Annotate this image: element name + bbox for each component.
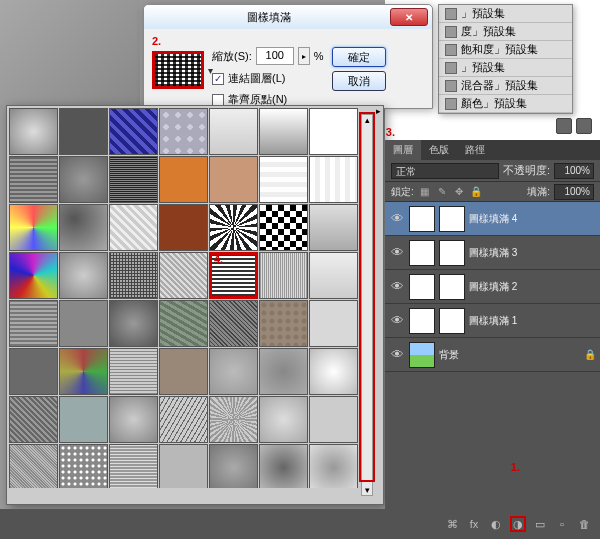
adjustment-layer-icon[interactable]: ◑ [510, 516, 526, 532]
pattern-preview-dropdown[interactable] [152, 51, 204, 89]
pattern-swatch[interactable] [59, 444, 108, 488]
lock-transparency-icon[interactable]: ▦ [418, 185, 432, 199]
pattern-swatch[interactable] [209, 348, 258, 395]
pattern-swatch[interactable] [9, 444, 58, 488]
layer-thumbnail[interactable] [409, 240, 435, 266]
layer-row[interactable]: 👁圖樣填滿 1 [385, 304, 600, 338]
layer-row[interactable]: 👁圖樣填滿 4 [385, 202, 600, 236]
pattern-swatch[interactable] [259, 252, 308, 299]
pattern-swatch[interactable] [59, 156, 108, 203]
panel-tab[interactable]: 圖層 [385, 140, 421, 160]
fx-icon[interactable]: fx [466, 516, 482, 532]
pattern-swatch[interactable] [309, 252, 358, 299]
visibility-icon[interactable]: 👁 [389, 279, 405, 294]
pattern-swatch[interactable] [209, 156, 258, 203]
pattern-swatch[interactable] [109, 204, 158, 251]
layer-mask-thumbnail[interactable] [439, 240, 465, 266]
pattern-swatch[interactable] [309, 348, 358, 395]
pattern-swatch[interactable] [59, 204, 108, 251]
pattern-swatch[interactable] [159, 396, 208, 443]
preset-item[interactable]: 度」預設集 [439, 23, 572, 41]
dialog-titlebar[interactable]: 圖樣填滿 ✕ [144, 5, 432, 29]
ok-button[interactable]: 確定 [332, 47, 386, 67]
pattern-swatch[interactable] [259, 348, 308, 395]
pattern-swatch[interactable] [209, 252, 258, 299]
scale-stepper[interactable]: ▸ [298, 47, 310, 65]
pattern-swatch[interactable] [159, 156, 208, 203]
fill-input[interactable]: 100% [554, 184, 594, 200]
visibility-icon[interactable]: 👁 [389, 347, 405, 362]
pattern-swatch[interactable] [209, 396, 258, 443]
pattern-swatch[interactable] [9, 396, 58, 443]
pattern-swatch[interactable] [259, 156, 308, 203]
pattern-swatch[interactable] [9, 252, 58, 299]
pattern-swatch[interactable] [209, 444, 258, 488]
pattern-swatch[interactable] [109, 396, 158, 443]
pattern-swatch[interactable] [109, 300, 158, 347]
pattern-swatch[interactable] [9, 300, 58, 347]
pattern-swatch[interactable] [309, 444, 358, 488]
lock-paint-icon[interactable]: ✎ [435, 185, 449, 199]
close-button[interactable]: ✕ [390, 8, 428, 26]
pattern-swatch[interactable] [309, 156, 358, 203]
pattern-swatch[interactable] [309, 396, 358, 443]
pattern-swatch[interactable] [259, 204, 308, 251]
opacity-input[interactable]: 100% [554, 163, 594, 179]
pattern-swatch[interactable] [259, 108, 308, 155]
picker-scrollbar[interactable] [361, 114, 373, 496]
pattern-swatch[interactable] [209, 300, 258, 347]
mask-icon[interactable]: ◐ [488, 516, 504, 532]
pattern-swatch[interactable] [9, 156, 58, 203]
pattern-swatch[interactable] [159, 108, 208, 155]
pattern-swatch[interactable] [59, 348, 108, 395]
pattern-swatch[interactable] [59, 252, 108, 299]
pattern-swatch[interactable] [59, 300, 108, 347]
pattern-swatch[interactable] [259, 396, 308, 443]
link-icon[interactable]: ⌘ [444, 516, 460, 532]
scale-input[interactable]: 100 [256, 47, 294, 65]
pattern-swatch[interactable] [209, 204, 258, 251]
snap-origin-checkbox[interactable] [212, 94, 224, 106]
pattern-swatch[interactable] [59, 108, 108, 155]
layer-mask-thumbnail[interactable] [439, 206, 465, 232]
pattern-swatch[interactable] [159, 444, 208, 488]
link-layers-checkbox[interactable]: ✓ [212, 73, 224, 85]
layer-row[interactable]: 👁背景🔒 [385, 338, 600, 372]
blend-mode-select[interactable]: 正常 [391, 163, 499, 179]
pattern-swatch[interactable] [59, 396, 108, 443]
layer-thumbnail[interactable] [409, 342, 435, 368]
visibility-icon[interactable]: 👁 [389, 313, 405, 328]
pattern-swatch[interactable] [159, 252, 208, 299]
panel-tab[interactable]: 路徑 [457, 140, 493, 160]
layer-mask-thumbnail[interactable] [439, 274, 465, 300]
layer-row[interactable]: 👁圖樣填滿 2 [385, 270, 600, 304]
pattern-swatch[interactable] [159, 300, 208, 347]
lock-all-icon[interactable]: 🔒 [469, 185, 483, 199]
preset-item[interactable]: 顏色」預設集 [439, 95, 572, 113]
pattern-swatch[interactable] [109, 348, 158, 395]
pattern-swatch[interactable] [109, 108, 158, 155]
pattern-swatch[interactable] [159, 204, 208, 251]
pattern-swatch[interactable] [259, 300, 308, 347]
trash-icon[interactable]: 🗑 [576, 516, 592, 532]
pattern-swatch[interactable] [109, 156, 158, 203]
pattern-swatch[interactable] [109, 444, 158, 488]
layer-mask-thumbnail[interactable] [439, 308, 465, 334]
layer-thumbnail[interactable] [409, 308, 435, 334]
pattern-swatch[interactable] [309, 300, 358, 347]
cancel-button[interactable]: 取消 [332, 71, 386, 91]
pattern-swatch[interactable] [309, 108, 358, 155]
visibility-icon[interactable]: 👁 [389, 211, 405, 226]
lock-position-icon[interactable]: ✥ [452, 185, 466, 199]
pattern-swatch[interactable] [259, 444, 308, 488]
picker-flyout-icon[interactable]: ▸ [373, 106, 383, 114]
layer-row[interactable]: 👁圖樣填滿 3 [385, 236, 600, 270]
preset-item[interactable]: 」預設集 [439, 5, 572, 23]
pattern-swatch[interactable] [9, 108, 58, 155]
pattern-swatch[interactable] [309, 204, 358, 251]
pattern-swatch[interactable] [209, 108, 258, 155]
layer-thumbnail[interactable] [409, 274, 435, 300]
pattern-swatch[interactable] [159, 348, 208, 395]
pattern-swatch[interactable] [9, 204, 58, 251]
preset-item[interactable]: 混合器」預設集 [439, 77, 572, 95]
